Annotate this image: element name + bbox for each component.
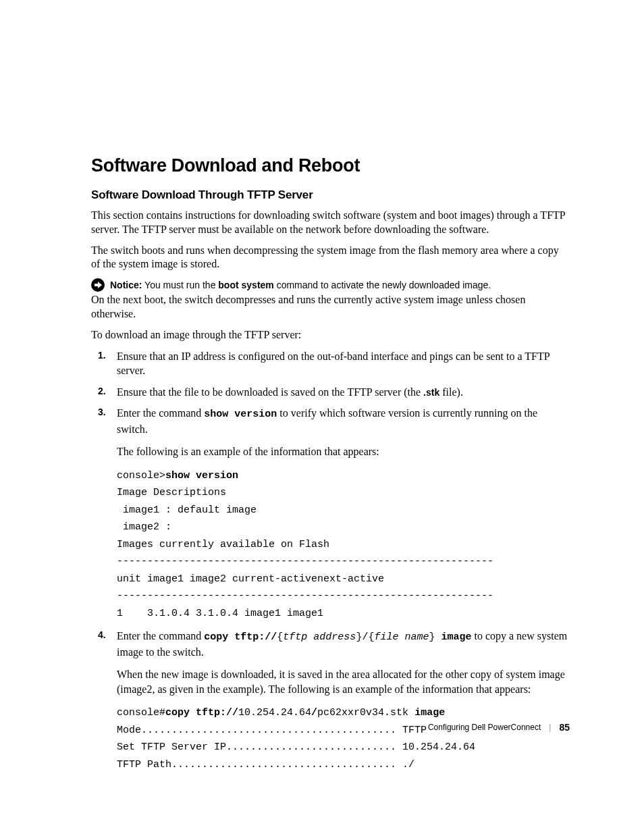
command-arg: file name	[374, 631, 429, 643]
body-paragraph: The switch boots and runs when decompres…	[91, 244, 570, 272]
footer-separator: |	[549, 723, 551, 732]
console-keyword: image	[414, 707, 445, 719]
step-text: Ensure that the file to be downloaded is…	[117, 386, 423, 398]
notice-callout: Notice: You must run the boot system com…	[91, 278, 570, 292]
step-item: Enter the command copy tftp://{tftp addr…	[91, 629, 570, 773]
notice-text: Notice: You must run the boot system com…	[110, 280, 491, 290]
document-page: Software Download and Reboot Software Do…	[0, 0, 644, 820]
console-file: pc62xxr0v34.stk	[317, 707, 414, 719]
page-heading: Software Download and Reboot	[91, 155, 570, 176]
command-text: show version	[204, 409, 277, 420]
console-prompt: console>	[117, 470, 165, 481]
code-line: 1 3.1.0.4 3.1.0.4 image1 image1	[117, 608, 323, 619]
step-item: Ensure that an IP address is configured …	[91, 349, 570, 378]
body-paragraph: This section contains instructions for d…	[91, 209, 570, 237]
step-text: Enter the command	[117, 630, 204, 642]
step-subtext: The following is an example of the infor…	[117, 444, 570, 459]
command-text: copy tftp://	[204, 631, 277, 643]
console-slash: /	[311, 707, 317, 719]
file-ext: .stk	[423, 387, 439, 398]
code-line: ----------------------------------------…	[117, 556, 493, 567]
notice-text-post: command to activate the newly downloaded…	[274, 280, 491, 290]
notice-label: Notice:	[110, 280, 142, 290]
step-item: Ensure that the file to be downloaded is…	[91, 385, 570, 400]
notice-text-pre: You must run the	[142, 280, 218, 290]
command-text: image	[435, 631, 471, 643]
code-block: console#copy tftp://10.254.24.64/pc62xxr…	[117, 704, 570, 773]
body-paragraph: On the next boot, the switch decompresse…	[91, 293, 570, 321]
page-number: 85	[559, 722, 570, 733]
brace: {	[277, 631, 283, 643]
ordered-steps: Ensure that an IP address is configured …	[91, 349, 570, 774]
console-prompt: console#	[117, 707, 165, 719]
notice-command: boot system	[218, 280, 273, 290]
console-ip: 10.254.24.64	[238, 707, 311, 719]
body-paragraph: To download an image through the TFTP se…	[91, 328, 570, 342]
page-footer: Configuring Dell PowerConnect | 85	[428, 722, 570, 733]
code-block: console>show version Image Descriptions …	[117, 467, 570, 623]
code-line: Set TFTP Server IP......................…	[117, 741, 475, 753]
step-text: file).	[439, 386, 463, 398]
console-command: show version	[165, 470, 238, 481]
code-line: image2 :	[117, 521, 171, 533]
footer-section: Configuring Dell PowerConnect	[428, 723, 541, 732]
code-line: unit image1 image2 current-activenext-ac…	[117, 573, 384, 585]
code-line: TFTP Path...............................…	[117, 759, 414, 771]
console-command: copy tftp://	[165, 707, 238, 719]
step-text: Ensure that an IP address is configured …	[117, 350, 549, 377]
section-subheading: Software Download Through TFTP Server	[91, 188, 570, 202]
step-text: Enter the command	[117, 407, 204, 419]
code-line: Mode....................................…	[117, 725, 427, 736]
code-line: image1 : default image	[117, 504, 257, 516]
code-line: Image Descriptions	[117, 487, 226, 498]
step-subtext: When the new image is downloaded, it is …	[117, 667, 570, 696]
step-item: Enter the command show version to verify…	[91, 406, 570, 622]
code-line: ----------------------------------------…	[117, 590, 493, 602]
command-arg: tftp address	[283, 631, 356, 643]
code-line: Images currently available on Flash	[117, 539, 329, 550]
brace: }/{	[356, 631, 374, 643]
arrow-circle-icon	[91, 278, 105, 292]
